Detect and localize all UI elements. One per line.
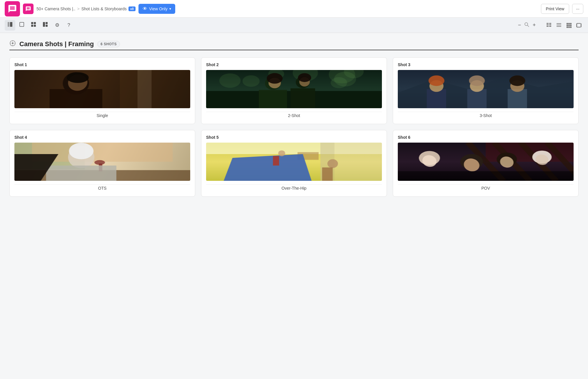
- toolbar: ⚙ ? − +: [0, 18, 588, 33]
- view-mode-buttons: [544, 21, 583, 30]
- split-view-button[interactable]: [40, 20, 51, 31]
- shot-image-6: [398, 143, 574, 181]
- shot-image-1: [14, 70, 190, 108]
- shot-number-4: Shot 4: [14, 135, 190, 140]
- svg-rect-24: [567, 25, 568, 26]
- more-options-button[interactable]: ···: [572, 4, 583, 14]
- help-button[interactable]: ?: [64, 20, 74, 31]
- shot-card-6[interactable]: Shot 6 POV: [393, 130, 579, 197]
- shot-number-3: Shot 3: [398, 62, 574, 67]
- top-navigation: 50+ Camera Shots |.. > Shot Lists & Stor…: [0, 0, 588, 18]
- section-title: Camera Shots | Framing: [19, 40, 94, 48]
- view-mode-filmstrip[interactable]: [574, 21, 583, 30]
- shot-count-badge: 6 SHOTS: [97, 41, 120, 47]
- section-header: Camera Shots | Framing 6 SHOTS: [9, 40, 579, 48]
- shot-label-3: 3-Shot: [398, 112, 574, 119]
- doc-title[interactable]: 50+ Camera Shots |..: [36, 6, 75, 11]
- shot-number-2: Shot 2: [206, 62, 382, 67]
- svg-rect-4: [34, 22, 36, 24]
- svg-rect-2: [20, 22, 24, 26]
- svg-rect-8: [46, 22, 48, 24]
- main-content: Camera Shots | Framing 6 SHOTS Shot 1 Si…: [0, 33, 588, 204]
- svg-rect-27: [567, 26, 568, 28]
- breadcrumb-separator: >: [77, 6, 79, 11]
- svg-rect-37: [578, 27, 579, 28]
- svg-rect-3: [31, 22, 33, 24]
- svg-rect-31: [577, 24, 577, 27]
- svg-rect-23: [570, 23, 572, 24]
- view-only-label: View Only: [149, 6, 168, 11]
- shot-card-1[interactable]: Shot 1 Single: [9, 57, 195, 124]
- svg-rect-9: [46, 25, 48, 27]
- view-only-button[interactable]: 👁 View Only ▾: [138, 4, 175, 14]
- shot-label-4: OTS: [14, 184, 190, 192]
- shot-card-5[interactable]: Shot 5 Over-The-Hip: [201, 130, 387, 197]
- svg-rect-32: [581, 24, 581, 27]
- help-icon: ?: [67, 22, 70, 28]
- shot-label-1: Single: [14, 112, 190, 119]
- svg-rect-16: [547, 26, 549, 27]
- svg-rect-19: [557, 25, 561, 25]
- svg-point-10: [525, 23, 528, 26]
- shot-number-5: Shot 5: [206, 135, 382, 140]
- svg-rect-7: [43, 22, 45, 27]
- zoom-in-button[interactable]: +: [530, 21, 539, 30]
- shot-number-6: Shot 6: [398, 135, 574, 140]
- zoom-icon: [524, 22, 529, 28]
- shot-card-2[interactable]: Shot 2 2-Shot: [201, 57, 387, 124]
- svg-rect-26: [570, 25, 572, 26]
- svg-rect-5: [31, 25, 33, 27]
- shot-label-5: Over-The-Hip: [206, 184, 382, 192]
- gear-icon: ⚙: [55, 22, 59, 28]
- sidebar-toggle-button[interactable]: [5, 20, 15, 31]
- shot-card-4[interactable]: Shot 4 OTS: [9, 130, 195, 197]
- shot-image-5: [206, 143, 382, 181]
- print-view-button[interactable]: Print View: [541, 4, 569, 14]
- doc-icon[interactable]: [23, 4, 34, 14]
- settings-button[interactable]: ⚙: [52, 20, 62, 31]
- svg-rect-1: [10, 22, 12, 27]
- svg-rect-20: [557, 26, 561, 27]
- view-mode-table[interactable]: [544, 21, 553, 30]
- svg-rect-15: [549, 24, 551, 25]
- svg-rect-36: [577, 27, 578, 28]
- svg-rect-29: [570, 26, 572, 28]
- view-mode-list[interactable]: [554, 21, 563, 30]
- shot-number-1: Shot 1: [14, 62, 190, 67]
- breadcrumb: 50+ Camera Shots |.. > Shot Lists & Stor…: [36, 6, 136, 11]
- svg-rect-14: [547, 24, 549, 25]
- svg-rect-30: [577, 24, 581, 27]
- sidebar-icon: [7, 22, 13, 29]
- svg-rect-13: [549, 23, 551, 24]
- svg-rect-25: [568, 25, 570, 26]
- grid-view-button[interactable]: [28, 20, 39, 31]
- shot-image-3: [398, 70, 574, 108]
- section-name[interactable]: Shot Lists & Storyboards: [81, 6, 127, 11]
- section-divider: [9, 50, 579, 50]
- zoom-controls: − +: [515, 21, 539, 30]
- svg-rect-22: [568, 23, 570, 24]
- svg-rect-21: [567, 23, 568, 24]
- eye-icon: 👁: [143, 6, 147, 11]
- single-view-icon: [19, 22, 24, 29]
- svg-rect-0: [8, 22, 9, 27]
- svg-rect-38: [579, 27, 580, 28]
- svg-line-11: [527, 25, 529, 27]
- svg-rect-34: [578, 23, 579, 24]
- zoom-out-button[interactable]: −: [515, 21, 524, 30]
- shot-grid: Shot 1 Single Shot 2 2-Shot Shot 3 3-Sho…: [9, 57, 579, 197]
- grid-view-icon: [31, 22, 36, 29]
- view-mode-grid[interactable]: [564, 21, 573, 30]
- split-view-icon: [43, 22, 48, 29]
- version-badge: v0: [128, 6, 136, 11]
- app-logo[interactable]: [5, 1, 20, 16]
- section-icon: [9, 40, 16, 48]
- svg-rect-18: [557, 23, 561, 24]
- svg-point-40: [12, 42, 14, 44]
- shot-card-3[interactable]: Shot 3 3-Shot: [393, 57, 579, 124]
- topbar-right-actions: Print View ···: [541, 4, 583, 14]
- svg-rect-12: [547, 23, 549, 24]
- single-view-button[interactable]: [16, 20, 27, 31]
- svg-rect-17: [549, 26, 551, 27]
- chevron-down-icon: ▾: [169, 7, 171, 11]
